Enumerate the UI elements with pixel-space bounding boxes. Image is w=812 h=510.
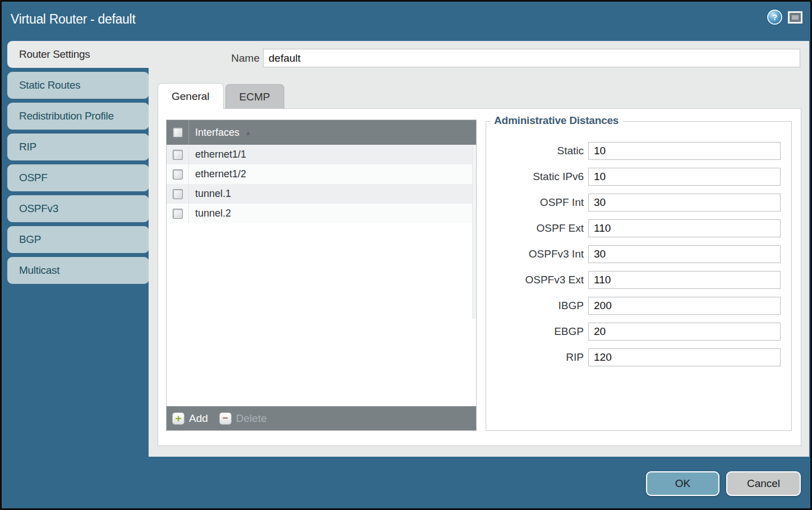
distance-field-row: RIP (486, 348, 791, 366)
distance-field-label: EBGP (486, 325, 588, 338)
distance-field-input[interactable] (588, 271, 781, 289)
distance-field-input[interactable] (588, 297, 781, 315)
table-row[interactable]: tunnel.2 (167, 204, 476, 223)
distance-field-row: Static IPv6 (486, 168, 791, 186)
delete-button[interactable]: − Delete (219, 412, 267, 425)
general-tab-panel: Interfaces ▲ ethernet1/1 (158, 108, 801, 446)
restore-window-icon[interactable] (788, 11, 802, 24)
distance-field-label: IBGP (486, 300, 588, 312)
sidebar-item-label: OSPF (19, 172, 48, 183)
distance-field-row: OSPFv3 Ext (486, 271, 791, 289)
add-button[interactable]: + Add (172, 412, 208, 425)
select-all-cell (167, 120, 189, 145)
interface-name: tunnel.2 (189, 208, 231, 219)
ok-button[interactable]: OK (646, 471, 719, 496)
sidebar-item-label: Multicast (19, 264, 59, 276)
table-row[interactable]: tunnel.1 (167, 184, 476, 204)
sidebar-item-label: Router Settings (19, 48, 90, 60)
distance-field-input[interactable] (588, 219, 781, 237)
virtual-router-dialog: Virtual Router - default ? Router Settin… (0, 0, 812, 510)
add-button-label: Add (189, 412, 208, 425)
row-checkbox[interactable] (173, 169, 183, 180)
add-plus-icon: + (172, 412, 184, 425)
titlebar: Virtual Router - default ? (2, 2, 810, 39)
interfaces-table-body: ethernet1/1 ethernet1/2 tunnel.1 (167, 145, 476, 406)
distance-field-label: OSPFv3 Int (486, 248, 588, 260)
sidebar-item[interactable]: Static Routes (7, 72, 149, 99)
name-label: Name (199, 52, 260, 65)
distance-field-row: OSPF Int (486, 194, 791, 212)
sidebar-item-label: Static Routes (19, 79, 80, 91)
row-checkbox-cell (167, 164, 189, 184)
distance-field-row: EBGP (486, 323, 791, 341)
distance-field-label: Static (486, 145, 588, 157)
sidebar-item[interactable]: Router Settings (7, 41, 152, 68)
tab[interactable]: General (158, 83, 224, 109)
row-checkbox-cell (167, 204, 189, 223)
distance-field-input[interactable] (588, 323, 781, 341)
distance-field-row: IBGP (486, 297, 791, 315)
row-checkbox[interactable] (173, 150, 183, 160)
interfaces-column-header[interactable]: Interfaces ▲ (189, 127, 252, 139)
table-scrollbar-track[interactable] (472, 145, 476, 319)
select-all-checkbox[interactable] (173, 127, 183, 137)
tabstrip: General ECMP (158, 83, 286, 109)
content-area: Name General ECMP Interfaces ▲ (149, 41, 809, 457)
sidebar: Router Settings Static Routes Redistribu… (7, 41, 151, 288)
row-checkbox[interactable] (173, 209, 183, 219)
sidebar-item-label: OSPFv3 (19, 203, 58, 214)
interfaces-table-header[interactable]: Interfaces ▲ (167, 120, 476, 145)
administrative-distances-rows: Static Static IPv6 OSPF Int OSPF Ext (486, 122, 791, 366)
help-icon[interactable]: ? (767, 10, 782, 25)
distance-field-input[interactable] (588, 348, 781, 366)
interface-name: ethernet1/1 (189, 149, 246, 160)
name-input[interactable] (263, 49, 800, 67)
sidebar-item-label: Redistribution Profile (19, 110, 114, 122)
distance-field-label: Static IPv6 (486, 171, 588, 183)
sidebar-item[interactable]: Redistribution Profile (7, 103, 149, 130)
table-row[interactable]: ethernet1/1 (167, 145, 476, 164)
distance-field-label: RIP (486, 351, 588, 364)
interfaces-table-footer: + Add − Delete (167, 406, 476, 430)
sidebar-item-label: RIP (19, 141, 36, 153)
row-checkbox-cell (167, 184, 189, 204)
dialog-title: Virtual Router - default (11, 12, 136, 27)
distance-field-row: Static (486, 142, 791, 160)
distance-field-label: OSPFv3 Ext (486, 274, 588, 286)
sidebar-item[interactable]: OSPF (7, 164, 149, 191)
distance-field-label: OSPF Int (486, 196, 588, 209)
interface-name: tunnel.1 (189, 188, 231, 200)
distance-field-input[interactable] (588, 245, 781, 263)
distance-field-row: OSPFv3 Int (486, 245, 791, 263)
sidebar-item[interactable]: OSPFv3 (7, 195, 149, 222)
distance-field-row: OSPF Ext (486, 219, 791, 237)
sidebar-item[interactable]: BGP (7, 226, 149, 253)
distance-field-input[interactable] (588, 168, 781, 186)
restore-window-icon-inner (792, 15, 799, 20)
distance-field-label: OSPF Ext (486, 222, 588, 235)
sort-ascending-icon: ▲ (244, 128, 252, 137)
interfaces-column-label: Interfaces (195, 127, 239, 139)
tab[interactable]: ECMP (225, 84, 284, 109)
table-row[interactable]: ethernet1/2 (167, 164, 476, 184)
row-checkbox-cell (167, 145, 189, 164)
sidebar-item[interactable]: RIP (7, 134, 149, 160)
cancel-button[interactable]: Cancel (726, 471, 801, 496)
sidebar-item[interactable]: Multicast (7, 257, 149, 284)
titlebar-icons: ? (767, 10, 802, 25)
tab-label: ECMP (239, 91, 270, 103)
row-checkbox[interactable] (173, 189, 183, 199)
administrative-distances-fieldset: Administrative Distances Static Static I… (486, 121, 792, 431)
sidebar-item-label: BGP (19, 233, 41, 245)
delete-minus-icon: − (219, 412, 232, 425)
interfaces-rows: ethernet1/1 ethernet1/2 tunnel.1 (167, 145, 476, 223)
tab-label: General (172, 90, 210, 102)
delete-button-label: Delete (236, 412, 267, 425)
distance-field-input[interactable] (588, 194, 781, 212)
administrative-distances-legend: Administrative Distances (490, 114, 622, 127)
interface-name: ethernet1/2 (189, 168, 246, 180)
interfaces-table: Interfaces ▲ ethernet1/1 (166, 120, 477, 431)
distance-field-input[interactable] (588, 142, 781, 160)
